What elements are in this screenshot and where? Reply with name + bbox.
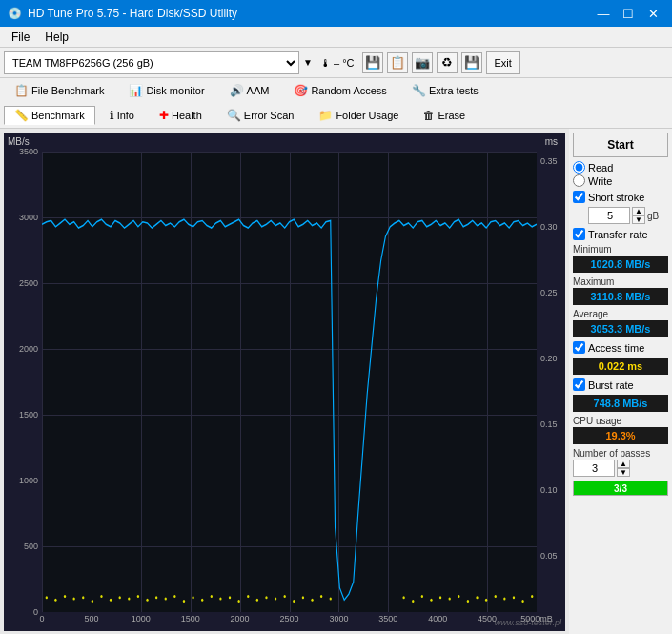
burst-rate-section: 748.8 MB/s (573, 395, 668, 412)
svg-point-18 (211, 595, 213, 598)
short-stroke-input-row: ▲ ▼ gB (588, 207, 668, 224)
access-time-dots (46, 595, 534, 603)
svg-point-35 (430, 599, 432, 602)
svg-point-20 (229, 596, 231, 599)
burst-rate-input[interactable] (573, 378, 585, 391)
y-label-r-030: 0.30 (540, 222, 558, 232)
passes-spin: ▲ ▼ (617, 460, 630, 477)
extra-tests-icon: 🔧 (412, 84, 426, 97)
tab-info[interactable]: ℹ Info (99, 106, 145, 125)
short-stroke-value-input[interactable] (588, 207, 630, 224)
svg-point-44 (513, 596, 515, 599)
svg-point-41 (485, 599, 487, 602)
svg-point-28 (302, 596, 304, 599)
svg-point-32 (402, 596, 404, 599)
svg-point-24 (265, 596, 267, 599)
toolbar-icon-4[interactable]: ♻ (437, 52, 458, 73)
svg-point-5 (92, 600, 93, 603)
tab-folder-usage[interactable]: 📁 Folder Usage (308, 106, 409, 125)
y-label-1000: 1000 (19, 476, 38, 485)
svg-point-36 (439, 596, 441, 599)
tab-extra-tests[interactable]: 🔧 Extra tests (401, 81, 489, 100)
y-label-3000: 3000 (19, 213, 38, 222)
tab-benchmark[interactable]: 📏 Benchmark (4, 106, 95, 125)
tab-health[interactable]: ✚ Health (149, 106, 213, 125)
aam-icon: 🔊 (230, 84, 244, 97)
svg-point-34 (421, 595, 423, 598)
x-label-2500: 2500 (279, 614, 298, 624)
tab-aam[interactable]: 🔊 AAM (219, 81, 280, 100)
svg-point-11 (146, 599, 148, 602)
svg-point-25 (275, 597, 276, 600)
chart-area: MB/s ms 3500 3000 2500 2000 1500 1000 50… (4, 133, 565, 631)
chart-label-ms: ms (545, 136, 558, 147)
svg-point-1 (54, 599, 56, 602)
svg-point-4 (82, 596, 84, 599)
start-button[interactable]: Start (573, 133, 668, 157)
menu-file[interactable]: File (4, 29, 37, 46)
svg-point-27 (293, 600, 295, 603)
transfer-rate-input[interactable] (573, 228, 585, 240)
svg-point-17 (201, 599, 203, 602)
x-label-0: 0 (39, 614, 44, 624)
svg-point-26 (284, 595, 286, 598)
burst-rate-checkbox[interactable]: Burst rate (573, 378, 668, 391)
maximize-button[interactable]: ☐ (617, 4, 640, 23)
tabs-container: 📋 File Benchmark 📊 Disk monitor 🔊 AAM 🎯 … (0, 78, 672, 129)
maximum-section: Maximum 3110.8 MB/s (573, 276, 668, 305)
tab-error-scan[interactable]: 🔍 Error Scan (216, 106, 305, 125)
x-label-500: 500 (84, 614, 98, 624)
svg-point-31 (330, 597, 332, 600)
y-axis-right: 0.35 0.30 0.25 0.20 0.15 0.10 0.05 (539, 152, 565, 612)
benchmark-icon: 📏 (14, 109, 29, 122)
svg-point-12 (155, 596, 157, 599)
svg-point-46 (531, 595, 533, 598)
temp-display: 🌡 – °C (316, 57, 358, 69)
toolbar-icon-2[interactable]: 📋 (387, 52, 408, 73)
toolbar-icon-5[interactable]: 💾 (461, 52, 482, 73)
disk-monitor-icon: 📊 (129, 84, 143, 97)
title-bar: 💿 HD Tune Pro 5.75 - Hard Disk/SSD Utili… (0, 0, 672, 27)
short-stroke-down[interactable]: ▼ (632, 215, 645, 224)
x-axis: 0 500 1000 1500 2000 2500 3000 3500 4000… (42, 614, 537, 629)
access-time-input[interactable] (573, 341, 585, 354)
passes-down[interactable]: ▼ (617, 468, 630, 477)
tab-disk-monitor[interactable]: 📊 Disk monitor (118, 81, 214, 100)
radio-write-input[interactable] (573, 174, 585, 187)
y-label-1500: 1500 (19, 410, 38, 419)
passes-label: Number of passes (573, 448, 668, 459)
short-stroke-input[interactable] (573, 191, 585, 203)
drive-select[interactable]: TEAM TM8FP6256G (256 gB) (4, 51, 299, 74)
radio-write[interactable]: Write (573, 174, 668, 187)
short-stroke-up[interactable]: ▲ (632, 207, 645, 215)
access-time-checkbox[interactable]: Access time (573, 341, 668, 354)
y-label-r-010: 0.10 (540, 485, 558, 495)
passes-value-input[interactable] (573, 460, 615, 477)
radio-read-input[interactable] (573, 161, 585, 174)
maximum-label: Maximum (573, 276, 668, 287)
transfer-rate-checkbox[interactable]: Transfer rate (573, 228, 668, 240)
close-button[interactable]: ✕ (641, 4, 664, 23)
x-label-1500: 1500 (181, 614, 200, 624)
y-label-r-020: 0.20 (540, 354, 558, 363)
radio-read[interactable]: Read (573, 161, 668, 174)
exit-button[interactable]: Exit (486, 51, 520, 74)
watermark: www.ssd-tester.pl (495, 618, 561, 627)
passes-up[interactable]: ▲ (617, 460, 630, 468)
toolbar-icon-3[interactable]: 📷 (412, 52, 433, 73)
cpu-usage-value: 19.3% (573, 427, 668, 444)
file-benchmark-icon: 📋 (14, 84, 29, 97)
error-scan-icon: 🔍 (227, 109, 241, 122)
menu-help[interactable]: Help (37, 29, 76, 46)
tab-random-access[interactable]: 🎯 Random Access (283, 81, 397, 100)
svg-point-30 (320, 595, 322, 598)
short-stroke-checkbox[interactable]: Short stroke (573, 191, 668, 203)
svg-point-7 (110, 599, 112, 602)
svg-point-23 (256, 599, 258, 602)
tab-file-benchmark[interactable]: 📋 File Benchmark (4, 81, 114, 100)
toolbar-icon-1[interactable]: 💾 (362, 52, 383, 73)
average-value: 3053.3 MB/s (573, 320, 668, 337)
tab-erase[interactable]: 🗑 Erase (413, 106, 476, 125)
minimum-label: Minimum (573, 244, 668, 255)
minimize-button[interactable]: — (592, 4, 615, 23)
